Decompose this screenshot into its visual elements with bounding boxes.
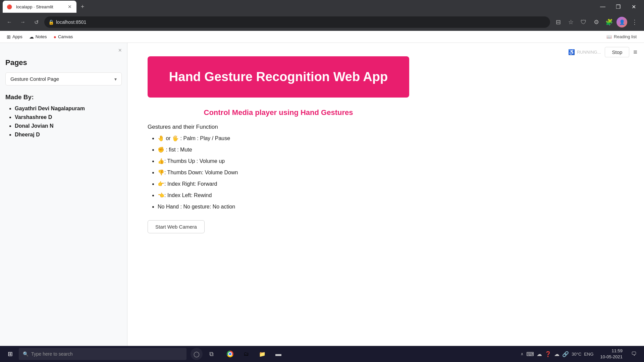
tray-expand-icon[interactable]: ∧ [521,352,524,356]
taskbar-terminal-icon[interactable]: ▬ [271,347,286,361]
page-selector-dropdown[interactable]: Gesture Control Page ▾ [5,72,122,85]
team-member: Gayathri Devi Nagalapuram [15,106,122,112]
notes-label: Notes [36,34,47,39]
page-selector-value: Gesture Control Page [10,76,59,82]
team-member: Donal Jovian N [15,123,122,129]
taskbar-file-explorer-icon[interactable]: 🗂 [239,347,254,361]
tab-favicon: 🔴 [7,4,12,9]
profile-button[interactable]: 👤 [616,17,627,27]
running-indicator: ♿ RUNNING... [568,49,601,55]
bookmark-apps[interactable]: ⊞ Apps [4,33,25,41]
refresh-button[interactable]: ↺ [31,17,42,27]
gesture-item: No Hand : No gesture: No action [158,203,409,211]
notification-center-button[interactable]: 🗨 [627,347,641,361]
browser-content: × Pages Gesture Control Page ▾ Made By: … [0,43,644,346]
translate-button[interactable]: ⊟ [553,17,564,27]
taskbar-search-placeholder: Type here to search [31,351,73,357]
gesture-item: 👈: Index Left: Rewind [158,191,409,199]
gestures-label: Gestures and their Function [148,124,409,130]
cloud-icon[interactable]: ☁ [554,351,559,357]
tab-title: localapp · Streamlit [16,4,65,9]
sidebar-close-button[interactable]: × [118,47,122,54]
bookmarks-bar: ⊞ Apps ☁ Notes ● Canvas 📖 Reading list [0,31,644,43]
bookmark-canvas[interactable]: ● Canvas [51,33,76,41]
extensions-button[interactable]: 🧩 [604,17,614,27]
lock-icon: 🔒 [48,19,54,25]
language-display: ENG [584,352,593,357]
gestures-list: 🤚 or 🖐 : Palm : Play / Pause✊ : fist : M… [148,134,409,211]
shield-button[interactable]: 🛡 [578,17,589,27]
keyboard-icon[interactable]: ⌨ [526,351,534,357]
made-by-title: Made By: [5,94,122,101]
streamlit-main: ♿ RUNNING... Stop ≡ Hand Gesture Recogni… [127,43,644,346]
page-selector-arrow-icon: ▾ [114,76,117,82]
toolbar-icons: ⊟ ☆ 🛡 ⚙ 🧩 👤 ⋮ [553,17,640,27]
taskbar: ⊞ 🔍 Type here to search ◯ ⧉ 🗂 📁 ▬ ∧ ⌨ ☁ … [0,346,644,362]
window-controls: — ❒ ✕ [595,0,641,13]
tab-bar: 🔴 localapp · Streamlit ✕ + — ❒ ✕ [0,0,644,13]
gesture-item: 🤚 or 🖐 : Palm : Play / Pause [158,134,409,142]
canvas-icon: ● [54,34,56,40]
temperature-display: 30°C [572,352,581,357]
clock-time: 11:59 [600,348,623,354]
network-icon[interactable]: ☁ [537,351,542,357]
minimize-button[interactable]: — [595,0,610,13]
back-button[interactable]: ← [4,17,15,27]
main-content: Hand Gesture Recognition Web App Control… [127,43,429,247]
running-label: RUNNING... [577,50,601,55]
task-view-button[interactable]: ⧉ [204,347,219,361]
banner-title: Hand Gesture Recognition Web App [158,70,399,84]
start-webcam-button[interactable]: Start Web Camera [148,220,205,233]
gesture-item: 👍: Thumbs Up : Volume up [158,157,409,165]
taskbar-files-icon[interactable]: 📁 [255,347,270,361]
taskbar-search[interactable]: 🔍 Type here to search [19,348,186,360]
help-icon[interactable]: ❓ [545,351,551,357]
favorites-button[interactable]: ☆ [566,17,576,27]
notes-icon: ☁ [29,34,34,40]
reading-list-button[interactable]: 📖 Reading list [603,33,640,41]
forward-button[interactable]: → [17,17,28,27]
address-input[interactable]: 🔒 localhost:8501 [44,16,550,28]
running-spinner-icon: ♿ [568,49,575,55]
stop-button[interactable]: Stop [605,47,629,57]
pages-section-title: Pages [5,58,122,67]
taskbar-search-icon: 🔍 [23,351,29,357]
system-tray: ∧ ⌨ ☁ ❓ ☁ 🔗 30°C ENG [518,351,596,357]
bookmark-notes[interactable]: ☁ Notes [26,33,50,41]
cortana-button[interactable]: ◯ [191,348,203,360]
team-list: Gayathri Devi NagalapuramVarshashree DDo… [5,106,122,140]
team-member: Varshashree D [15,114,122,120]
url-display: localhost:8501 [56,19,86,25]
canvas-label: Canvas [58,34,73,39]
maximize-button[interactable]: ❒ [610,0,626,13]
subtitle: Control Media player using Hand Gestures [148,108,409,117]
apps-icon: ⊞ [7,34,11,40]
apps-label: Apps [12,34,22,39]
streamlit-sidebar: × Pages Gesture Control Page ▾ Made By: … [0,43,127,346]
gesture-item: 👎: Thumbs Down: Volume Down [158,169,409,177]
active-tab[interactable]: 🔴 localapp · Streamlit ✕ [3,1,76,13]
menu-button[interactable]: ⋮ [629,17,640,27]
tab-close-button[interactable]: ✕ [67,4,72,9]
start-button[interactable]: ⊞ [3,347,17,361]
streamlit-menu-button[interactable]: ≡ [633,48,637,56]
link-icon[interactable]: 🔗 [562,351,569,357]
settings-button[interactable]: ⚙ [591,17,602,27]
taskbar-chrome-icon[interactable] [223,347,237,361]
app-banner: Hand Gesture Recognition Web App [148,56,409,98]
close-button[interactable]: ✕ [626,0,641,13]
team-member: Dheeraj D [15,132,122,138]
reading-list-label: Reading list [614,34,637,39]
gesture-item: ✊ : fist : Mute [158,146,409,154]
reading-list-icon: 📖 [606,34,612,39]
new-tab-button[interactable]: + [78,2,87,11]
taskbar-pinned-apps: 🗂 📁 ▬ [223,347,286,361]
streamlit-topbar: ♿ RUNNING... Stop ≡ [561,43,644,61]
address-bar: ← → ↺ 🔒 localhost:8501 ⊟ ☆ 🛡 ⚙ 🧩 👤 ⋮ [0,13,644,31]
taskbar-clock: 11:59 10-05-2021 [598,348,626,360]
gesture-item: 👉: Index Right: Forward [158,180,409,188]
clock-date: 10-05-2021 [600,354,623,360]
